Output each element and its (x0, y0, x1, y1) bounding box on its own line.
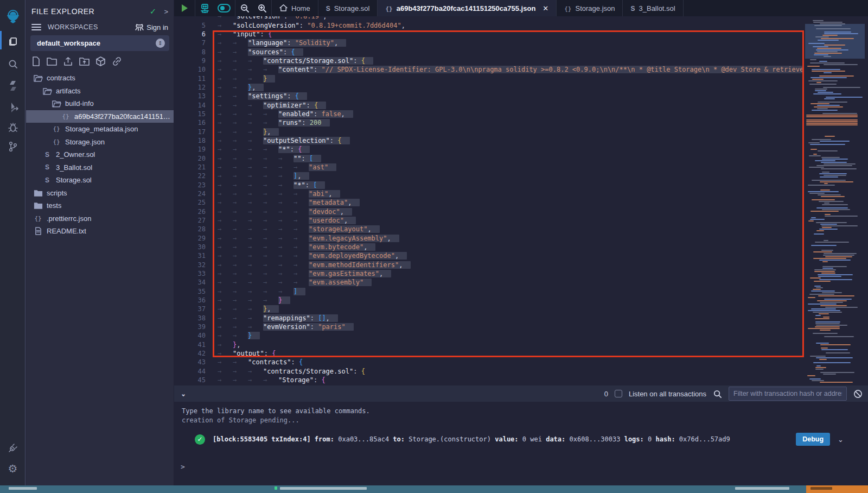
transaction-filter-input[interactable] (729, 387, 847, 401)
minimap-line (812, 69, 840, 70)
terminal-prompt[interactable]: > (181, 463, 185, 471)
solidity-compiler-icon[interactable] (0, 75, 25, 97)
listen-checkbox[interactable] (615, 390, 622, 397)
minimap-line (817, 51, 838, 52)
minimap-line (819, 75, 854, 77)
tree-item-storage-sol[interactable]: SStorage.sol (26, 174, 174, 187)
indent-guide: → (278, 172, 293, 180)
indent-guide: → (218, 261, 233, 269)
minimap-line (808, 142, 820, 143)
tree-item-artifacts[interactable]: artifacts (26, 85, 174, 98)
new-file-icon[interactable] (31, 56, 41, 67)
zoom-out-icon[interactable] (240, 3, 250, 13)
minimap-line (818, 40, 839, 41)
upload-file-icon[interactable] (63, 56, 73, 67)
zoom-in-icon[interactable] (257, 3, 267, 13)
tree-item-a69b43f277ba20fcac141151250ca7-[interactable]: {}a69b43f277ba20fcac141151250ca7... (26, 110, 174, 123)
minimap[interactable] (805, 16, 865, 385)
minimap-line (824, 336, 854, 337)
debug-button[interactable]: Debug (796, 433, 830, 446)
indent-guide: → (263, 163, 278, 172)
indent-guide: → (263, 251, 278, 260)
expand-transaction-icon[interactable]: ⌄ (838, 435, 844, 444)
plugin-manager-icon[interactable] (0, 437, 25, 459)
code-line-10: →→→→"content": "// SPDX-License-Identifi… (218, 65, 804, 74)
minimap-line (810, 144, 845, 145)
minimap-line (826, 352, 850, 353)
chevron-right-icon[interactable]: > (164, 8, 168, 16)
clear-console-icon[interactable] (853, 389, 863, 399)
minimap-line (814, 54, 828, 55)
tree-item-build-info[interactable]: build-info (26, 97, 174, 110)
file-explorer-icon[interactable] (0, 31, 25, 53)
terminal-search-icon[interactable] (713, 389, 722, 399)
github-icon (135, 23, 144, 31)
indent-guide: → (218, 181, 233, 189)
code-line-21: →→→→→→"ast" (218, 163, 336, 172)
code-line-34: →→→→→→"evm.assembly" (218, 278, 372, 287)
terminal-output[interactable]: Type the library name to see available c… (174, 402, 868, 485)
tree-item-storage-json[interactable]: {}Storage.json (26, 136, 174, 149)
git-icon[interactable] (0, 136, 25, 157)
settings-icon[interactable]: ⚙ (0, 458, 25, 479)
tree-item-2-owner-sol[interactable]: S2_Owner.sol (26, 148, 174, 161)
indent-guide: → (263, 243, 278, 251)
deploy-and-run-icon[interactable] (0, 97, 25, 118)
code-line-31: →→→→→→"evm.deployedBytecode", (218, 251, 407, 260)
remixd-icon[interactable] (200, 3, 210, 14)
indent-guide: → (248, 376, 263, 384)
indent-guide: → (218, 314, 233, 323)
code-line-45: →→→→"Storage": { (218, 376, 326, 384)
upload-folder-icon[interactable] (79, 56, 90, 67)
run-script-button[interactable] (181, 4, 188, 12)
hamburger-menu-icon[interactable] (31, 22, 41, 32)
new-folder-icon[interactable] (47, 56, 57, 67)
github-sign-in[interactable]: Sign in (135, 23, 168, 31)
workspace-select[interactable]: default_workspace ⇕ (30, 35, 169, 51)
toggle-icon[interactable] (218, 4, 231, 12)
tab-storage-sol[interactable]: SStorage.sol (318, 0, 378, 16)
code-content[interactable]: →"solcVersion": "0.8.19",→"solcLongVersi… (174, 16, 804, 385)
indent-guide: → (218, 39, 233, 47)
minimap-line (810, 149, 817, 150)
search-icon[interactable] (0, 53, 25, 75)
code-line-42: →"output": { (218, 349, 276, 358)
transaction-log-row[interactable]: ✓ [block:5583405 txIndex:4] from: 0xa03.… (195, 432, 846, 447)
minimap-line (820, 224, 837, 225)
minimap-line (813, 312, 841, 313)
tree-item-contracts[interactable]: contracts (26, 72, 174, 85)
tab-storage-json[interactable]: {}Storage.json (557, 0, 623, 16)
close-tab-icon[interactable]: ✕ (542, 4, 548, 12)
selection-highlight: } (278, 296, 290, 304)
indent-guide: → (218, 207, 233, 216)
tree-item-tests[interactable]: tests (26, 199, 174, 212)
link-icon[interactable] (112, 56, 122, 67)
remix-logo[interactable] (0, 4, 25, 27)
tab-3-ballot-sol[interactable]: S3_Ballot.sol (623, 0, 683, 16)
indent-guide: → (233, 136, 248, 145)
indent-guide: → (218, 287, 233, 296)
collapse-terminal-icon[interactable]: ⌄⌄ (181, 393, 186, 395)
tree-item--prettierrc-json[interactable]: {}.prettierrc.json (26, 212, 174, 225)
minimap-line (815, 318, 829, 319)
minimap-line (819, 201, 844, 202)
tree-item-storage-metadata-json[interactable]: {}Storage_metadata.json (26, 123, 174, 136)
ipfs-box-icon[interactable] (95, 56, 106, 67)
debugger-icon[interactable] (0, 116, 25, 138)
indent-guide: → (218, 16, 233, 21)
status-alert-segment[interactable] (806, 485, 868, 493)
tree-item-readme-txt[interactable]: README.txt (26, 225, 174, 238)
tab-a69b43f277ba20fcac141151250ca755-json[interactable]: {}a69b43f277ba20fcac141151250ca755.json✕ (378, 0, 557, 16)
indent-guide: → (278, 154, 293, 163)
code-editor[interactable]: 5678910111213141516171819202122232425262… (174, 16, 868, 385)
minimap-line (813, 22, 843, 23)
tree-item-3-ballot-sol[interactable]: S3_Ballot.sol (26, 161, 174, 174)
indent-guide: → (218, 74, 233, 83)
indent-guide: → (233, 314, 248, 323)
tab-label: 3_Ballot.sol (639, 4, 675, 12)
tree-item-scripts[interactable]: scripts (26, 187, 174, 200)
selection-highlight: "sources": { (248, 48, 303, 56)
tab-home[interactable]: Home (272, 0, 318, 16)
minimap-line (824, 31, 851, 33)
code-line-14: →→→"optimizer": { (218, 101, 326, 110)
